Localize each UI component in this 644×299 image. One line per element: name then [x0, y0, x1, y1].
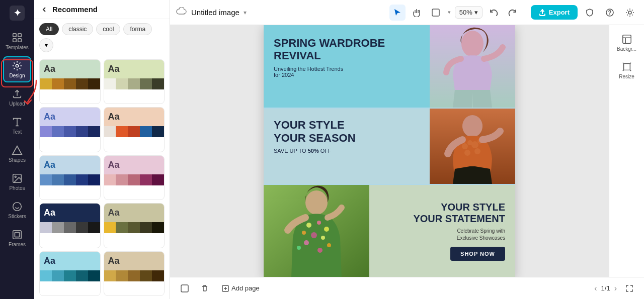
filter-forma[interactable]: forma — [123, 23, 152, 35]
next-page-button[interactable]: › — [614, 284, 617, 293]
help-button[interactable] — [602, 5, 618, 21]
current-page-indicator[interactable] — [177, 281, 192, 296]
filter-classic[interactable]: classic — [62, 23, 93, 35]
settings-button[interactable] — [622, 5, 638, 21]
prev-page-button[interactable]: ‹ — [594, 284, 597, 293]
sidebar-item-upload[interactable]: Upload — [3, 84, 31, 111]
filter-more-button[interactable]: ▾ — [39, 38, 53, 52]
zoom-control[interactable]: 50% ▾ — [455, 6, 482, 19]
banner-3-content: YOUR STYLEYOUR STATEMENT Celebrate Sprin… — [369, 185, 515, 277]
svg-rect-10 — [13, 231, 22, 239]
topbar-tools: ▾ 50% ▾ — [389, 5, 521, 21]
sidebar-item-templates[interactable]: Templates — [3, 28, 31, 54]
banner-spring-wardrobe: SPRING WARDROBEREVIVAL Unveiling the Hot… — [264, 25, 515, 108]
card-preview-5: Aa — [40, 156, 100, 174]
template-card-9[interactable]: Aa — [39, 251, 101, 296]
sidebar-item-frames-label: Frames — [9, 242, 26, 247]
fullscreen-button[interactable] — [622, 281, 637, 296]
card-palette-6 — [104, 174, 165, 185]
card-preview-3: Aa — [40, 108, 100, 126]
template-grid: Aa Aa — [34, 56, 170, 299]
main-area: Untitled image ▾ ▾ — [170, 0, 644, 299]
svg-point-14 — [628, 11, 631, 14]
shop-now-button[interactable]: SHOP NOW — [450, 247, 505, 261]
svg-rect-39 — [181, 285, 188, 292]
sidebar-item-frames[interactable]: Frames — [3, 225, 31, 251]
svg-point-27 — [306, 223, 311, 228]
back-button[interactable] — [40, 6, 48, 14]
svg-point-34 — [327, 243, 331, 247]
document-title[interactable]: Untitled image — [191, 8, 239, 17]
card-palette-5 — [40, 174, 100, 185]
banner-1-image — [430, 25, 515, 108]
svg-rect-38 — [623, 64, 630, 70]
template-card-8[interactable]: Aa — [104, 203, 165, 248]
svg-point-6 — [16, 64, 19, 67]
template-card-1[interactable]: Aa — [39, 59, 101, 104]
add-page-label: Add page — [231, 284, 260, 292]
sidebar-item-text[interactable]: Text — [3, 113, 31, 139]
resize-button[interactable]: Resize — [612, 59, 642, 82]
sidebar-item-stickers[interactable]: Stickers — [3, 197, 31, 223]
template-card-6[interactable]: Aa — [104, 155, 165, 200]
svg-point-16 — [461, 31, 484, 57]
canvas-content: SPRING WARDROBEREVIVAL Unveiling the Hot… — [264, 25, 515, 277]
template-card-5[interactable]: Aa — [39, 155, 101, 200]
page-info: 1/1 — [601, 284, 610, 292]
template-card-10[interactable]: Aa — [104, 251, 165, 296]
undo-button[interactable] — [486, 5, 502, 21]
sidebar-item-design[interactable]: Design — [3, 56, 31, 82]
svg-point-35 — [297, 246, 301, 250]
svg-point-23 — [464, 150, 470, 156]
card-preview-1: Aa — [40, 60, 100, 78]
banner-1-text: SPRING WARDROBEREVIVAL Unveiling the Hot… — [264, 25, 430, 108]
svg-rect-3 — [18, 34, 21, 37]
shield-button[interactable] — [582, 5, 598, 21]
sidebar-item-photos-label: Photos — [9, 185, 25, 191]
svg-rect-5 — [18, 39, 21, 42]
svg-point-24 — [474, 148, 480, 154]
svg-point-21 — [471, 141, 478, 148]
sidebar-item-stickers-label: Stickers — [8, 214, 26, 219]
panel-header: Recommend — [34, 0, 170, 19]
app-logo[interactable]: ✦ — [8, 4, 26, 22]
svg-point-33 — [304, 240, 309, 245]
svg-point-30 — [302, 231, 306, 235]
bottom-bar: Add page ‹ 1/1 › — [170, 277, 644, 299]
add-page-button[interactable]: Add page — [217, 281, 264, 296]
export-button[interactable]: Export — [531, 5, 578, 20]
filter-all[interactable]: All — [39, 23, 59, 35]
frame-tool-button[interactable] — [428, 5, 444, 21]
card-palette-7 — [40, 222, 100, 233]
hand-tool-button[interactable] — [409, 5, 425, 21]
template-card-4[interactable]: Aa — [104, 107, 165, 152]
select-tool-button[interactable] — [389, 5, 406, 21]
card-preview-6: Aa — [104, 156, 165, 174]
sidebar-item-templates-label: Templates — [6, 45, 29, 50]
delete-page-button[interactable] — [197, 281, 212, 296]
svg-point-36 — [317, 248, 323, 253]
banner-3-image — [264, 185, 369, 277]
sidebar-item-photos[interactable]: Photos — [3, 169, 31, 195]
banner-1-subtitle: Unveiling the Hottest Trendsfor 2024 — [274, 66, 420, 78]
redo-button[interactable] — [505, 5, 521, 21]
design-panel: Recommend All classic cool forma ▾ Aa Aa — [34, 0, 170, 299]
sidebar-item-upload-label: Upload — [9, 101, 25, 107]
card-preview-9: Aa — [40, 252, 100, 270]
sidebar-item-shapes-label: Shapes — [9, 157, 26, 163]
svg-point-19 — [462, 143, 468, 149]
background-button[interactable]: Backgr... — [612, 31, 642, 55]
filter-cool[interactable]: cool — [96, 23, 120, 35]
panel-title: Recommend — [52, 5, 98, 14]
sidebar-item-shapes[interactable]: Shapes — [3, 141, 31, 167]
svg-point-18 — [462, 115, 482, 137]
template-card-7[interactable]: Aa — [39, 203, 101, 248]
topbar: Untitled image ▾ ▾ — [170, 0, 644, 25]
card-palette-1 — [40, 78, 100, 89]
title-chevron-icon[interactable]: ▾ — [244, 9, 247, 16]
banner-your-statement: YOUR STYLEYOUR STATEMENT Celebrate Sprin… — [264, 185, 515, 277]
svg-point-32 — [321, 236, 325, 240]
template-card-3[interactable]: Aa — [39, 107, 101, 152]
template-card-2[interactable]: Aa — [104, 59, 165, 104]
resize-label: Resize — [619, 74, 634, 79]
